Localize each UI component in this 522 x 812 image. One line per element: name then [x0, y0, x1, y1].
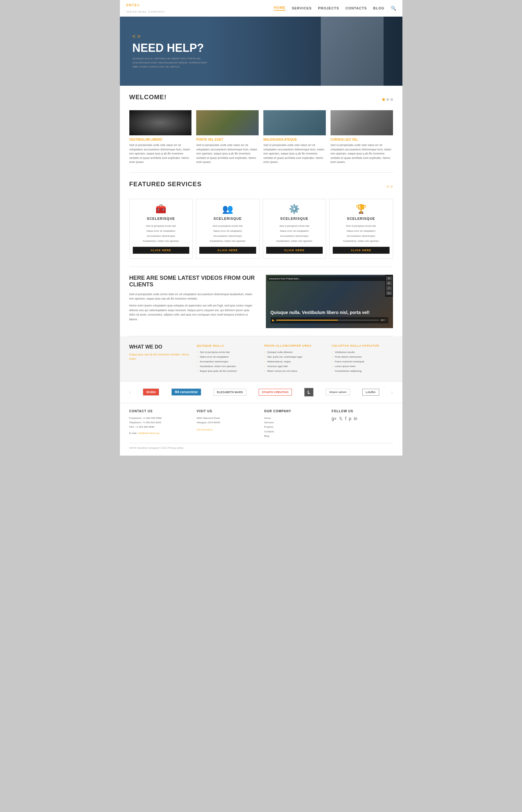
footer-company-home[interactable]: Home: [264, 416, 325, 420]
video-time: HD ⛶: [380, 319, 386, 321]
videos-title: HERE ARE SOME LATEST VIDEOS FROM OUR CLI…: [129, 275, 257, 288]
video-progress-bar[interactable]: [276, 320, 379, 321]
footer-company: OUR COMPANY Home Services Projects Conta…: [264, 410, 325, 439]
video-progress-fill: [276, 320, 338, 321]
video-caption: Quisque nulla. Vestibulum libero nisl, p…: [270, 310, 388, 315]
nav-contacts[interactable]: CONTACTS: [345, 6, 367, 10]
list-item: Kaudantium, totam rem aperiam,: [197, 364, 258, 369]
partner-brulex[interactable]: brulex: [143, 389, 159, 396]
services-header: FEATURED SERVICES < >: [129, 181, 393, 193]
play-icon[interactable]: ▶: [272, 318, 275, 322]
nav-home[interactable]: HOME: [274, 6, 286, 11]
fax-label: FAX:: [129, 425, 135, 428]
nav-services[interactable]: SERVICES: [292, 6, 312, 10]
partner-elizabeth[interactable]: ELEZABETH MARS: [214, 389, 246, 396]
videos-left: HERE ARE SOME LATEST VIDEOS FROM OUR CLI…: [129, 275, 257, 324]
services-title: FEATURED SERVICES: [129, 181, 202, 188]
nav-projects[interactable]: PROJECTS: [318, 6, 339, 10]
like-button[interactable]: ♥: [386, 276, 392, 280]
partner-l[interactable]: L: [304, 388, 314, 397]
card-4-title: CURSUS LEO VEL: [330, 138, 393, 141]
card-2-image: [196, 110, 259, 135]
hero-content: < > NEED HELP? QUISQUE NULLA. VESTIBULUM…: [120, 24, 227, 78]
hero-title: NEED HELP?: [133, 42, 214, 54]
video-controls[interactable]: ▶ HD ⛶: [270, 317, 388, 323]
services-nav-arrows[interactable]: < >: [386, 184, 393, 189]
list-item: Nisl, porta vel, scelerisque eget: [264, 355, 325, 359]
videos-right: Insurance from Fiskal Asiic... ♥ ⊕ ↗ </>…: [266, 275, 393, 328]
footer-company-blog[interactable]: Blog: [264, 434, 325, 438]
telephone-label: Telephone:: [129, 421, 142, 424]
save-button[interactable]: ⊕: [386, 281, 392, 285]
main-nav: HOME SERVICES PROJECTS CONTACTS BLOG 🔍: [274, 6, 396, 11]
linkedin-icon[interactable]: in: [354, 416, 357, 421]
footer-company-contacts[interactable]: Contacts: [264, 430, 325, 434]
video-thumbnail[interactable]: Insurance from Fiskal Asiic... ♥ ⊕ ↗ </>…: [266, 275, 393, 328]
footer-address2: Glasgow, DO4 89GR.: [197, 420, 258, 425]
whatwedo-col1-title: QUISQUE NULLA: [197, 344, 258, 347]
service-3-title: SCELERISQUE: [266, 217, 323, 220]
videos-section: HERE ARE SOME LATEST VIDEOS FROM OUR CLI…: [120, 267, 402, 336]
card-4-text: Sed ut perspiciatis unde oste natus err …: [330, 143, 393, 164]
share-button[interactable]: ↗: [386, 286, 392, 291]
card-1: VESTIBULUM LIBERO Sed ut perspiciatis un…: [129, 110, 192, 164]
list-item: Malesuada at, neque: [264, 359, 325, 364]
list-item: Etiam cursus leo vel metus: [264, 369, 325, 373]
list-item: Quisque nulla stibulum: [264, 350, 325, 355]
footer-contact-title: CONTACT US: [129, 410, 190, 413]
pinterest-icon[interactable]: p: [349, 416, 351, 421]
footer-company-projects[interactable]: Projects: [264, 425, 325, 429]
whatwedo-col1-list: Sed ut perspicia omnis iste Natus error …: [197, 350, 258, 373]
carousel-dots: [382, 98, 393, 101]
service-2-click-here-button[interactable]: CLICK HERE: [199, 247, 256, 254]
dot-1[interactable]: [382, 98, 385, 101]
list-item: Proin dictum elementum: [332, 355, 393, 359]
videos-para1: Sed ut perspiciatis unde omnis istes err…: [129, 292, 257, 301]
card-3-title: MALESUADA ATEQUE: [263, 138, 326, 141]
directions-link[interactable]: Get Directions: [197, 428, 213, 431]
service-3-click-here-button[interactable]: CLICK HERE: [266, 247, 323, 254]
card-3-text: Sed ut perspiciatis unde oste natus err …: [263, 143, 326, 164]
whatwedo-title: WHAT WE DO: [129, 344, 190, 350]
partner-laura[interactable]: LAURA: [362, 389, 379, 396]
facebook-icon[interactable]: f: [345, 416, 346, 421]
card-4-image: [330, 110, 393, 135]
service-2-icon: 👥: [199, 204, 256, 214]
partners-prev-arrow[interactable]: ‹: [129, 389, 131, 395]
service-1-click-here-button[interactable]: CLICK HERE: [133, 247, 189, 254]
service-4-click-here-button[interactable]: CLICK HERE: [333, 247, 389, 254]
search-icon[interactable]: 🔍: [391, 6, 396, 11]
service-4-title: SCELERISQUE: [333, 217, 389, 220]
freephone-label: Freephone:: [129, 417, 142, 419]
twitter-icon[interactable]: 𝕏: [339, 416, 342, 421]
list-item: Sed ut perspicia omnis iste: [197, 350, 258, 355]
partners-next-arrow[interactable]: ›: [391, 389, 393, 395]
service-card-4: 🏆 SCELERISQUE Sed ut perspicia omnis ist…: [329, 199, 393, 259]
card-1-title: VESTIBULUM LIBERO: [129, 138, 192, 141]
footer-grid: CONTACT US Freephone: +1 800 559 6586 Te…: [129, 410, 393, 439]
footer-contact: CONTACT US Freephone: +1 800 559 6586 Te…: [129, 410, 190, 439]
partner-stanto[interactable]: STANTO CREATIVO: [259, 389, 292, 396]
partner-m4[interactable]: M4 consectetur: [172, 389, 201, 396]
logo-name: ONTE®: [126, 3, 165, 11]
footer-company-title: OUR COMPANY: [264, 410, 325, 413]
video-overlay: Quisque nulla. Vestibulum libero nisl, p…: [270, 310, 388, 323]
service-2-features: Sed ut perspicia omnis iste Natus error …: [199, 223, 256, 244]
footer-telephone: Telephone: +1 950 603 6035: [129, 420, 190, 425]
dot-2[interactable]: [386, 98, 389, 101]
list-item: Lorem ipsum dolor: [332, 364, 393, 369]
nav-blog[interactable]: BLOG: [373, 6, 384, 10]
dot-3[interactable]: [390, 98, 393, 101]
email-link[interactable]: mail@demolink.org: [138, 432, 159, 435]
logo[interactable]: ONTE® INDUSTRIAL COMPANY: [126, 3, 165, 13]
footer-company-services[interactable]: Services: [264, 420, 325, 425]
service-1-title: SCELERISQUE: [133, 217, 189, 220]
card-3: MALESUADA ATEQUE Sed ut perspiciatis und…: [263, 110, 326, 164]
embed-button[interactable]: </>: [386, 291, 392, 295]
list-item: Vestibulum iaculis: [332, 350, 393, 355]
list-item: Vivamus eget nibh: [264, 364, 325, 369]
partner-aliqum[interactable]: Aliqum sphare: [326, 389, 350, 395]
google-plus-icon[interactable]: g+: [332, 416, 337, 421]
telephone-value: +1 950 603 6035: [142, 421, 161, 424]
footer-visit: VISIT US 8901 Marmora Road Glasgow, DO4 …: [197, 410, 258, 439]
